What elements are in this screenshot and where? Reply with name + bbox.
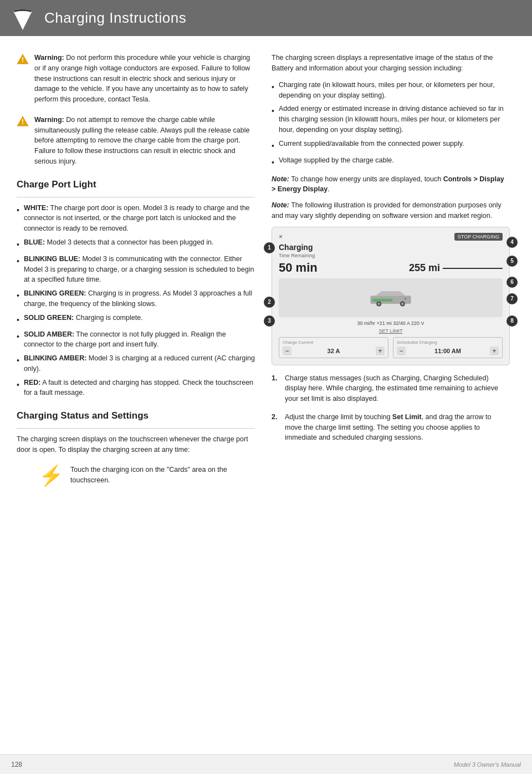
bullet-dot: • <box>17 331 19 350</box>
list-item-solid-amber-text: SOLID AMBER: The connector is not fully … <box>24 329 255 350</box>
cs-increase-button[interactable]: + <box>376 347 385 355</box>
callout-1: 1 <box>264 242 275 253</box>
screen-bullet-4: • Voltage supplied by the charge cable. <box>272 155 510 169</box>
lightning-icon: ⚡ <box>39 466 64 486</box>
bullet-dot: • <box>17 239 19 251</box>
list-item-solid-green-text: SOLID GREEN: Charging is complete. <box>24 313 143 326</box>
svg-text:!: ! <box>22 56 24 64</box>
note-1: Note: To change how energy units are dis… <box>272 174 510 195</box>
note-1-end: . <box>328 185 329 193</box>
bullet-dot: • <box>272 157 274 169</box>
list-item-solid-amber: • SOLID AMBER: The connector is not full… <box>17 329 255 350</box>
list-item-blinking-green-text: BLINKING GREEN: Charging is in progress.… <box>24 288 255 309</box>
cs-scheduled-controls: − 11:00 AM + <box>397 347 499 355</box>
screen-bullets-list: • Charging rate (in kilowatt hours, mile… <box>272 80 510 169</box>
callout-8: 8 <box>507 315 518 327</box>
num-label-2: 2. <box>272 412 280 443</box>
charging-icon-text: Touch the charging icon on the "Cards" a… <box>70 465 255 486</box>
warning-icon-1: ! <box>17 53 29 67</box>
cs-scheduled-value: 11:00 AM <box>434 348 461 354</box>
cs-info-row: 50 min 255 mi —————— <box>279 262 503 274</box>
list-item-red-text: RED: A fault is detected and charging ha… <box>24 378 255 399</box>
numbered-list: 1. Charge status messages (such as Charg… <box>272 373 510 444</box>
charging-screen: × STOP CHARGING Charging Time Remaining … <box>272 227 510 365</box>
callout-3: 3 <box>264 315 275 327</box>
cs-sched-decrease-button[interactable]: − <box>397 347 406 355</box>
cs-time-value: 50 min <box>279 262 318 274</box>
list-item-blinking-blue: • BLINKING BLUE: Model 3 is communicatin… <box>17 254 255 285</box>
charging-status-intro: The charging screen displays on the touc… <box>17 434 255 456</box>
callout-2: 2 <box>264 297 275 308</box>
footer-page-number: 128 <box>11 761 22 768</box>
divider-2 <box>17 428 255 429</box>
cs-charge-current-value: 32 A <box>328 348 340 354</box>
warning-text-1: Warning: Do not perform this procedure w… <box>34 53 255 105</box>
cs-charge-current-label: Charge Current <box>283 340 385 345</box>
note-2-label: Note: <box>272 201 289 209</box>
callout-7: 7 <box>507 293 518 304</box>
list-item-red: • RED: A fault is detected and charging … <box>17 378 255 399</box>
list-item-white-text: WHITE: The charge port door is open. Mod… <box>24 203 255 234</box>
warning-icon-2: ! <box>17 115 29 129</box>
bullet-dot: • <box>17 379 19 399</box>
left-column: ! Warning: Do not perform this procedure… <box>17 53 255 491</box>
bullet-dot: • <box>272 105 274 135</box>
page-title: Charging Instructions <box>44 9 186 27</box>
list-item-blue-text: BLUE: Model 3 detects that a connector h… <box>24 237 214 251</box>
note-1-label: Note: <box>272 175 289 183</box>
right-column: The charging screen displays a represent… <box>272 53 510 491</box>
cs-car-icon <box>369 288 413 307</box>
footer-brand: Model 3 Owner's Manual <box>454 761 521 768</box>
bullet-dot: • <box>17 314 19 326</box>
bullet-dot: • <box>17 205 19 234</box>
cs-set-limit[interactable]: SET LIMIT <box>279 328 503 334</box>
warning-label-1: Warning: <box>34 54 64 62</box>
screen-bullet-2: • Added energy or estimated increase in … <box>272 104 510 135</box>
charging-screen-container: 1 2 3 4 5 6 7 8 × STOP CH <box>272 227 510 365</box>
warning-text-2: Warning: Do not attempt to remove the ch… <box>34 115 255 167</box>
num-label-1: 1. <box>272 373 280 404</box>
cs-stats-row: 30 mi/hr +21 mi 32/40 A 220 V <box>279 320 503 326</box>
cs-decrease-button[interactable]: − <box>283 347 291 355</box>
cs-scheduled-charging-box: Scheduled Charging − 11:00 AM + <box>393 337 503 358</box>
cs-miles-value: 255 mi —————— <box>409 262 503 274</box>
tesla-logo-icon <box>11 7 34 30</box>
cs-charge-current-box: Charge Current − 32 A + <box>279 337 388 358</box>
list-item-blinking-blue-text: BLINKING BLUE: Model 3 is communicating … <box>24 254 255 285</box>
warning-body-2: Do not attempt to remove the charge cabl… <box>34 116 249 165</box>
charging-status-heading: Charging Status and Settings <box>17 410 255 421</box>
cs-charge-current-controls: − 32 A + <box>283 347 385 355</box>
bullet-dot: • <box>272 140 274 152</box>
main-content: ! Warning: Do not perform this procedure… <box>0 36 532 502</box>
cs-close-icon: × <box>279 233 283 241</box>
bullet-dot: • <box>17 355 19 374</box>
list-item-blue: • BLUE: Model 3 detects that a connector… <box>17 237 255 251</box>
cs-scheduled-label: Scheduled Charging <box>397 340 499 345</box>
page-footer: 128 Model 3 Owner's Manual <box>0 754 532 774</box>
cs-car-area <box>279 278 503 317</box>
cs-header: × STOP CHARGING <box>279 233 503 241</box>
bullet-dot: • <box>17 256 19 285</box>
warning-block-1: ! Warning: Do not perform this procedure… <box>17 53 255 105</box>
svg-point-6 <box>401 303 403 305</box>
charging-screen-wrap: 1 2 3 4 5 6 7 8 × STOP CH <box>272 227 510 365</box>
numbered-item-2-text: Adjust the charge limit by touching Set … <box>285 412 510 443</box>
screen-bullet-2-text: Added energy or estimated increase in dr… <box>279 104 510 135</box>
screen-bullet-1-text: Charging rate (in kilowatt hours, miles … <box>279 80 510 101</box>
note-2: Note: The following illustration is prov… <box>272 200 510 221</box>
note-1-text: To change how energy units are displayed… <box>289 175 443 183</box>
cs-bottom: Charge Current − 32 A + Scheduled Chargi… <box>279 337 503 358</box>
cs-sched-increase-button[interactable]: + <box>490 347 499 355</box>
warning-label-2: Warning: <box>34 116 64 124</box>
svg-point-8 <box>405 297 407 299</box>
cs-stop-button[interactable]: STOP CHARGING <box>454 233 503 241</box>
svg-text:!: ! <box>22 118 24 125</box>
bullet-dot: • <box>272 82 274 101</box>
list-item-blinking-amber-text: BLINKING AMBER: Model 3 is charging at a… <box>24 353 255 374</box>
svg-point-4 <box>378 303 380 305</box>
screen-bullet-4-text: Voltage supplied by the charge cable. <box>279 155 394 169</box>
callout-6: 6 <box>507 277 518 288</box>
screen-description: The charging screen displays a represent… <box>272 53 510 74</box>
list-item-solid-green: • SOLID GREEN: Charging is complete. <box>17 313 255 326</box>
callout-5: 5 <box>507 256 518 267</box>
